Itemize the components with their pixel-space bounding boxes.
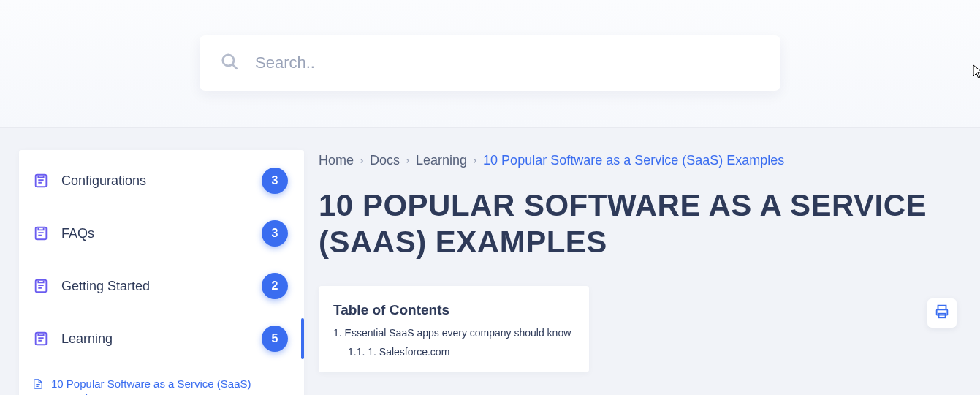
sidebar-item-label: Getting Started [61, 279, 262, 294]
sidebar-sub-item[interactable]: 10 Popular Software as a Service (SaaS) … [32, 371, 291, 395]
cursor-icon [973, 64, 980, 82]
file-icon [32, 378, 44, 393]
sidebar-item-label: Learning [61, 331, 262, 347]
chevron-right-icon [471, 157, 479, 165]
breadcrumb: Home Docs Learning 10 Popular Software a… [319, 153, 961, 168]
sidebar-item-label: Configurations [61, 173, 262, 189]
breadcrumb-home[interactable]: Home [319, 153, 354, 168]
sidebar-item-configurations[interactable]: Configurations 3 [19, 154, 304, 207]
breadcrumb-docs[interactable]: Docs [370, 153, 400, 168]
search-icon [220, 52, 255, 74]
document-icon [32, 225, 50, 242]
document-icon [32, 330, 50, 347]
chevron-right-icon [404, 157, 411, 165]
content-area: Home Docs Learning 10 Popular Software a… [317, 150, 961, 372]
sidebar-item-getting-started[interactable]: Getting Started 2 [19, 260, 304, 312]
toc-heading: Table of Contents [333, 302, 574, 318]
search-box[interactable] [200, 35, 780, 91]
sidebar: Configurations 3 FAQs 3 Getting Started … [19, 150, 304, 395]
svg-line-1 [232, 64, 236, 68]
table-of-contents: Table of Contents 1. Essential SaaS apps… [319, 286, 589, 372]
printer-icon [934, 304, 950, 323]
document-icon [32, 172, 50, 189]
chevron-right-icon [358, 157, 365, 165]
breadcrumb-current[interactable]: 10 Popular Software as a Service (SaaS) … [483, 153, 784, 168]
sidebar-item-badge: 3 [262, 168, 288, 194]
sidebar-item-badge: 2 [262, 273, 288, 299]
print-button[interactable] [927, 298, 957, 328]
sidebar-item-badge: 5 [262, 326, 288, 352]
page-title: 10 POPULAR SOFTWARE AS A SERVICE (SAAS) … [319, 187, 961, 261]
document-icon [32, 277, 50, 295]
toc-item[interactable]: 1. Essential SaaS apps every company sho… [333, 327, 574, 339]
sidebar-item-badge: 3 [262, 220, 288, 247]
sidebar-item-faqs[interactable]: FAQs 3 [19, 207, 304, 260]
breadcrumb-category[interactable]: Learning [416, 153, 467, 168]
sidebar-sub-item-label: 10 Popular Software as a Service (SaaS) … [51, 377, 291, 395]
sidebar-item-label: FAQs [61, 226, 262, 241]
search-header [0, 0, 980, 128]
search-input[interactable] [255, 53, 760, 72]
sidebar-item-learning[interactable]: Learning 5 [19, 312, 304, 365]
toc-subitem[interactable]: 1.1. 1. Salesforce.com [333, 346, 574, 358]
sidebar-sub-list: 10 Popular Software as a Service (SaaS) … [19, 365, 304, 395]
